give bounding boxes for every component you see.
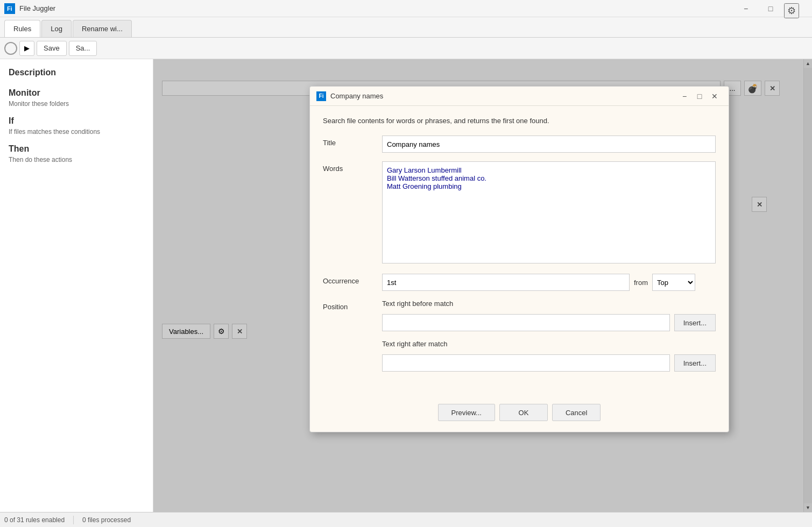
dialog-minimize-button[interactable]: −: [677, 90, 692, 103]
dialog-footer: Preview... OK Cancel: [310, 395, 729, 432]
title-bar: Fi File Juggler − □ ✕: [0, 0, 812, 17]
position-section: Text right before match Insert... Text r…: [382, 300, 716, 376]
files-status: 0 files processed: [82, 516, 131, 524]
sidebar-section-then: Then Then do these actions: [9, 144, 144, 163]
monitor-subtext: Monitor these folders: [9, 100, 144, 108]
tab-rename[interactable]: Rename wi...: [73, 20, 132, 37]
dialog-app-icon: Fi: [316, 91, 326, 101]
sidebar-section-description: Description: [9, 68, 144, 80]
words-field-wrapper: <span style="color:#00008b">Gary Larson …: [382, 161, 716, 265]
tab-rules[interactable]: Rules: [4, 20, 40, 37]
position-label: Position: [323, 300, 382, 311]
dialog-title-bar: Fi Company names − □ ✕: [310, 87, 729, 106]
dialog-maximize-button[interactable]: □: [692, 90, 707, 103]
dialog-body: Search file contents for words or phrase…: [310, 106, 729, 395]
occurrence-row: from Top Bottom: [382, 274, 716, 291]
save2-button[interactable]: Sa...: [69, 41, 97, 56]
tab-bar: Rules Log Rename wi...: [0, 17, 812, 38]
insert-after-button[interactable]: Insert...: [674, 354, 716, 372]
sidebar: Description Monitor Monitor these folder…: [0, 59, 153, 512]
rules-status: 0 of 31 rules enabled: [4, 516, 65, 524]
company-names-dialog: Fi Company names − □ ✕ Search file conte…: [309, 86, 729, 432]
position-before-input[interactable]: [382, 314, 670, 331]
occurrence-label: Occurrence: [323, 274, 382, 285]
status-bar: 0 of 31 rules enabled 0 files processed: [0, 512, 812, 527]
position-after-label: Text right after match: [382, 340, 716, 348]
words-textarea[interactable]: <span style="color:#00008b">Gary Larson …: [382, 161, 716, 264]
status-divider: [73, 516, 74, 524]
occurrence-input[interactable]: [382, 274, 630, 291]
play-button[interactable]: ▶: [19, 41, 34, 56]
position-before-label: Text right before match: [382, 300, 716, 308]
minimize-button[interactable]: −: [733, 0, 758, 17]
form-row-occurrence: Occurrence from Top Bottom: [323, 274, 716, 291]
if-subtext: If files matches these conditions: [9, 128, 144, 136]
content-area: Description Monitor Monitor these folder…: [0, 59, 812, 512]
tab-log[interactable]: Log: [41, 20, 72, 37]
dialog-close-button[interactable]: ✕: [707, 90, 722, 103]
position-field-wrapper: Text right before match Insert... Text r…: [382, 300, 716, 376]
dialog-overlay: Fi Company names − □ ✕ Search file conte…: [153, 59, 812, 512]
if-heading: If: [9, 116, 144, 126]
sidebar-section-if: If If files matches these conditions: [9, 116, 144, 136]
occurrence-field-wrapper: from Top Bottom: [382, 274, 716, 291]
settings-gear-icon[interactable]: ⚙: [784, 3, 799, 18]
cancel-button[interactable]: Cancel: [552, 404, 601, 421]
stop-button[interactable]: [4, 42, 17, 55]
save-button[interactable]: Save: [37, 41, 67, 56]
insert-before-button[interactable]: Insert...: [674, 314, 716, 331]
position-after-input[interactable]: [382, 354, 670, 372]
position-before-row: Insert...: [382, 314, 716, 331]
description-heading: Description: [9, 68, 144, 77]
toolbar: ▶ Save Sa... ⚙: [0, 38, 812, 59]
title-field-wrapper: [382, 136, 716, 153]
position-after-row: Insert...: [382, 354, 716, 372]
monitor-heading: Monitor: [9, 88, 144, 98]
from-label: from: [634, 279, 648, 287]
right-panel: ▲ ▼ ... 💣 ✕ ✕: [153, 59, 812, 512]
form-row-position: Position Text right before match Insert.…: [323, 300, 716, 376]
main-window: Fi File Juggler − □ ✕ Rules Log Rename w…: [0, 0, 812, 527]
preview-button[interactable]: Preview...: [438, 404, 495, 421]
title-input[interactable]: [382, 136, 716, 153]
then-heading: Then: [9, 144, 144, 154]
words-label: Words: [323, 161, 382, 173]
form-row-title: Title: [323, 136, 716, 153]
app-icon: Fi: [4, 3, 15, 14]
form-row-words: Words <span style="color:#00008b">Gary L…: [323, 161, 716, 265]
from-select[interactable]: Top Bottom: [652, 274, 695, 291]
dialog-title: Company names: [330, 92, 677, 100]
app-title: File Juggler: [19, 4, 733, 12]
maximize-button[interactable]: □: [758, 0, 783, 17]
title-label: Title: [323, 136, 382, 147]
dialog-description: Search file contents for words or phrase…: [323, 117, 716, 125]
sidebar-section-monitor: Monitor Monitor these folders: [9, 88, 144, 108]
then-subtext: Then do these actions: [9, 156, 144, 163]
ok-button[interactable]: OK: [499, 404, 548, 421]
